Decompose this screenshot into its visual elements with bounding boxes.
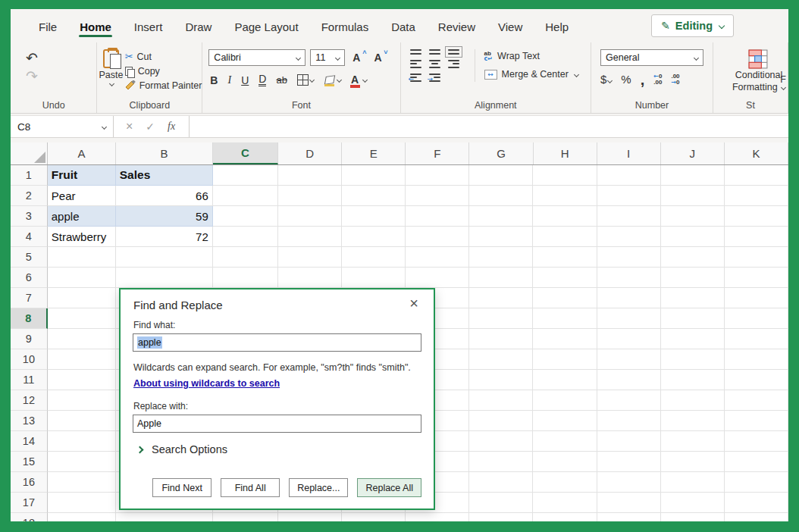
conditional-formatting-button[interactable]: Conditional Formatting	[713, 49, 788, 93]
strikethrough-button[interactable]: ab	[276, 74, 287, 86]
cell-G9[interactable]	[469, 329, 533, 349]
cell-I15[interactable]	[597, 452, 661, 472]
cell-A15[interactable]	[48, 452, 116, 472]
cell-K8[interactable]	[725, 308, 788, 329]
row-header-1[interactable]: 1	[11, 165, 48, 186]
column-header-F[interactable]: F	[406, 142, 469, 164]
cell-I10[interactable]	[597, 349, 661, 370]
tab-review[interactable]: Review	[427, 13, 487, 39]
cell-H13[interactable]	[533, 411, 597, 431]
cell-E2[interactable]	[342, 186, 406, 206]
row-header-18[interactable]: 18	[11, 513, 48, 521]
row-header-6[interactable]: 6	[11, 268, 48, 288]
cell-A16[interactable]	[48, 472, 116, 493]
cell-A12[interactable]	[48, 390, 116, 411]
cell-F18[interactable]	[406, 513, 469, 521]
cell-G4[interactable]	[469, 227, 533, 247]
align-top-icon[interactable]	[410, 49, 421, 55]
cell-A6[interactable]	[48, 268, 116, 288]
column-header-D[interactable]: D	[278, 142, 342, 164]
cell-D3[interactable]	[278, 206, 342, 227]
cell-J13[interactable]	[661, 411, 725, 431]
redo-icon[interactable]: ↷	[26, 67, 38, 84]
cell-G14[interactable]	[469, 431, 533, 452]
tab-draw[interactable]: Draw	[174, 13, 223, 39]
cell-I4[interactable]	[597, 227, 661, 247]
row-header-16[interactable]: 16	[11, 472, 48, 493]
cell-C4[interactable]	[213, 227, 278, 247]
cell-I1[interactable]	[597, 165, 661, 186]
copy-button[interactable]: Copy	[125, 66, 202, 77]
cell-K5[interactable]	[725, 247, 788, 268]
cell-I14[interactable]	[597, 431, 661, 452]
cell-I2[interactable]	[597, 186, 661, 206]
cell-D4[interactable]	[278, 227, 342, 247]
cell-C1[interactable]	[213, 165, 278, 186]
cell-K4[interactable]	[725, 227, 788, 247]
cell-J17[interactable]	[661, 493, 725, 513]
cell-A9[interactable]	[48, 329, 116, 349]
cell-G17[interactable]	[469, 493, 533, 513]
increase-decimal-button[interactable]: ←0.00	[653, 74, 662, 85]
cell-A2[interactable]: Pear	[48, 186, 116, 206]
cell-C2[interactable]	[213, 186, 278, 206]
cell-A11[interactable]	[48, 370, 116, 390]
cell-J18[interactable]	[661, 513, 725, 521]
cell-C6[interactable]	[213, 268, 278, 288]
row-header-2[interactable]: 2	[11, 186, 48, 206]
cell-H7[interactable]	[533, 288, 597, 308]
cell-B18[interactable]	[116, 513, 213, 521]
replace-button[interactable]: Replace...	[289, 478, 348, 497]
row-header-12[interactable]: 12	[11, 390, 48, 411]
cell-H1[interactable]	[533, 165, 597, 186]
cell-J14[interactable]	[661, 431, 725, 452]
cell-G3[interactable]	[469, 206, 533, 227]
cell-A5[interactable]	[48, 247, 116, 268]
cell-K7[interactable]	[725, 288, 788, 308]
cell-J8[interactable]	[661, 308, 725, 329]
cell-E4[interactable]	[342, 227, 406, 247]
row-header-17[interactable]: 17	[11, 493, 48, 513]
select-all-corner[interactable]	[11, 142, 48, 164]
cell-J2[interactable]	[661, 186, 725, 206]
cell-K11[interactable]	[725, 370, 788, 390]
cell-J1[interactable]	[661, 165, 725, 186]
cell-I3[interactable]	[597, 206, 661, 227]
cell-G15[interactable]	[469, 452, 533, 472]
cell-K17[interactable]	[725, 493, 788, 513]
comma-style-button[interactable]: ,	[641, 74, 645, 85]
cell-B1[interactable]: Sales	[116, 165, 213, 186]
cell-J3[interactable]	[661, 206, 725, 227]
cell-K16[interactable]	[725, 472, 788, 493]
cell-B5[interactable]	[116, 247, 213, 268]
decrease-indent-icon[interactable]: ←	[410, 74, 421, 82]
cell-I5[interactable]	[597, 247, 661, 268]
cell-K10[interactable]	[725, 349, 788, 370]
cell-I6[interactable]	[597, 268, 661, 288]
cell-D2[interactable]	[278, 186, 342, 206]
cell-A1[interactable]: Fruit	[48, 165, 116, 186]
align-left-icon[interactable]	[410, 60, 421, 68]
increase-indent-icon[interactable]: →	[429, 74, 440, 82]
cell-H9[interactable]	[533, 329, 597, 349]
align-right-icon[interactable]	[448, 60, 459, 68]
cell-I11[interactable]	[597, 370, 661, 390]
cell-J4[interactable]	[661, 227, 725, 247]
tab-data[interactable]: Data	[380, 13, 427, 39]
cell-K13[interactable]	[725, 411, 788, 431]
align-middle-icon[interactable]	[429, 49, 440, 55]
replace-with-input[interactable]: Apple	[133, 415, 421, 433]
cell-D5[interactable]	[278, 247, 342, 268]
cell-G1[interactable]	[469, 165, 533, 186]
format-painter-button[interactable]: Format Painter	[125, 80, 202, 91]
row-header-9[interactable]: 9	[11, 329, 48, 349]
cell-F5[interactable]	[406, 247, 469, 268]
insert-function-icon[interactable]: fx	[168, 120, 175, 133]
find-all-button[interactable]: Find All	[221, 478, 280, 497]
cell-K9[interactable]	[725, 329, 788, 349]
align-center-icon[interactable]	[429, 60, 440, 68]
cell-G18[interactable]	[469, 513, 533, 521]
cell-I7[interactable]	[597, 288, 661, 308]
cut-button[interactable]: ✂ Cut	[125, 51, 202, 62]
cell-I12[interactable]	[597, 390, 661, 411]
